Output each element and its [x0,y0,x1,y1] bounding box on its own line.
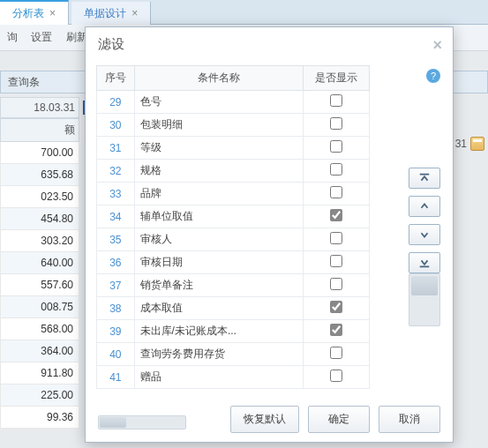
grid-amount-header: 额 [0,118,79,142]
toolbar-item[interactable]: 设置 [31,31,52,43]
move-bottom-button[interactable] [409,252,440,273]
row-sn: 38 [97,297,135,320]
table-row[interactable]: 33品牌 [97,183,370,205]
show-checkbox[interactable] [330,255,342,267]
grid-row: 225.00 [0,385,79,407]
row-sn: 30 [97,114,135,137]
table-row[interactable]: 35审核人 [97,228,370,251]
row-checkbox-cell [304,297,370,320]
row-sn: 39 [97,320,135,343]
restore-default-button[interactable]: 恢复默认 [230,406,299,433]
table-row[interactable]: 34辅单位取值 [97,205,370,228]
close-icon[interactable]: × [131,7,138,19]
row-checkbox-cell [304,228,370,251]
grid-row: 640.00 [0,252,79,274]
row-checkbox-cell [304,205,370,228]
row-name: 规格 [134,160,304,183]
row-checkbox-cell [304,160,370,183]
row-checkbox-cell [304,137,370,160]
side-date: 31 [455,137,484,151]
row-sn: 32 [97,160,135,183]
row-name: 审核人 [134,228,304,251]
row-sn: 40 [97,343,135,366]
row-name: 包装明细 [134,114,304,137]
row-checkbox-cell [304,251,370,274]
show-checkbox[interactable] [330,324,342,336]
row-sn: 34 [97,205,135,228]
row-sn: 35 [97,228,135,251]
grid-row: 99.36 [0,407,79,429]
row-checkbox-cell [304,91,370,114]
row-sn: 33 [97,183,135,205]
table-row[interactable]: 37销货单备注 [97,274,370,297]
row-checkbox-cell [304,343,370,366]
filter-table: 序号 条件名称 是否显示 29色号30包装明细31等级32规格33品牌34辅单位… [96,65,370,389]
calendar-icon[interactable] [470,137,484,151]
horizontal-scrollbar[interactable] [98,415,186,429]
cancel-button[interactable]: 取消 [379,406,440,433]
show-checkbox[interactable] [330,186,342,198]
toolbar-item[interactable]: 询 [7,31,18,43]
show-checkbox[interactable] [330,278,342,290]
background-grid: 18.03.31 额 700.00635.68023.50454.80303.2… [0,97,79,429]
row-name: 等级 [134,137,304,160]
grid-row: 454.80 [0,208,79,230]
table-row[interactable]: 32规格 [97,160,370,183]
row-name: 成本取值 [134,297,304,320]
vertical-scrollbar[interactable] [409,273,440,326]
move-up-button[interactable] [409,196,440,217]
grid-row: 911.80 [0,362,79,385]
dialog-title: 滤设 × [86,27,453,62]
tab-analysis[interactable]: 分析表× [0,0,69,26]
show-checkbox[interactable] [330,140,342,153]
move-top-button[interactable] [409,168,440,189]
grid-row: 008.75 [0,296,79,318]
table-row[interactable]: 39未出库/未记账成本... [97,320,370,343]
show-checkbox[interactable] [330,370,342,382]
table-row[interactable]: 31等级 [97,137,370,160]
table-row[interactable]: 30包装明细 [97,114,370,137]
row-name: 查询劳务费用存货 [134,343,304,366]
show-checkbox[interactable] [330,117,342,130]
row-sn: 29 [97,91,135,114]
show-checkbox[interactable] [330,301,342,313]
row-checkbox-cell [304,274,370,297]
row-sn: 41 [97,366,135,389]
filter-settings-dialog: 滤设 × ? 序号 条件名称 是否显示 29色号30包装明细31等级32规格33… [85,26,454,443]
table-row[interactable]: 29色号 [97,91,370,114]
background-tabs: 分析表× 单据设计× [0,0,488,25]
row-checkbox-cell [304,320,370,343]
table-row[interactable]: 36审核日期 [97,251,370,274]
row-sn: 37 [97,274,135,297]
row-checkbox-cell [304,366,370,389]
row-checkbox-cell [304,183,370,205]
help-icon[interactable]: ? [426,69,440,83]
row-name: 销货单备注 [134,274,304,297]
row-name: 审核日期 [134,251,304,274]
row-name: 未出库/未记账成本... [134,320,304,343]
row-name: 品牌 [134,183,304,205]
table-row[interactable]: 41赠品 [97,366,370,389]
table-row[interactable]: 40查询劳务费用存货 [97,343,370,366]
grid-row: 635.68 [0,164,79,186]
show-checkbox[interactable] [330,209,342,221]
show-checkbox[interactable] [330,94,342,107]
show-checkbox[interactable] [330,163,342,175]
close-icon[interactable]: × [49,7,56,19]
show-checkbox[interactable] [330,347,342,359]
grid-row: 303.20 [0,230,79,252]
grid-row: 023.50 [0,186,79,208]
grid-row: 557.60 [0,274,79,296]
show-checkbox[interactable] [330,232,342,244]
row-name: 赠品 [134,366,304,389]
ok-button[interactable]: 确定 [308,406,370,433]
tab-form-design[interactable]: 单据设计× [71,2,151,26]
grid-date-header: 18.03.31 [0,97,79,118]
row-sn: 36 [97,251,135,274]
grid-row: 364.00 [0,340,79,362]
col-sn: 序号 [97,66,135,91]
filter-label: 查询条 [8,76,40,88]
move-down-button[interactable] [409,224,440,245]
close-icon[interactable]: × [432,36,442,55]
table-row[interactable]: 38成本取值 [97,297,370,320]
